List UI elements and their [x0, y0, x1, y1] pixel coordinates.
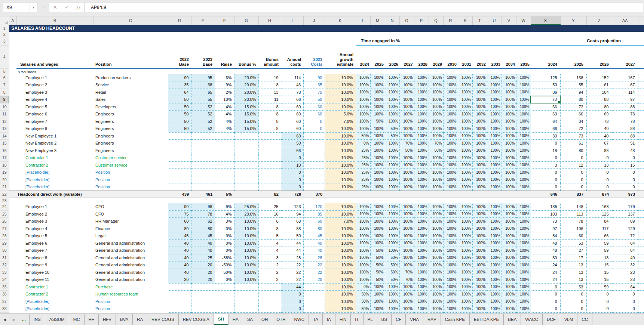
cell-S36[interactable]: 100% — [458, 291, 472, 298]
cell-T32[interactable]: 100% — [472, 261, 487, 269]
cell-V37[interactable]: 100% — [502, 298, 516, 305]
cell-B18[interactable]: Contractor 2 — [16, 161, 93, 169]
cell-AA31[interactable]: 40 — [612, 254, 638, 261]
cell-R16[interactable]: 100% — [443, 147, 458, 154]
cell-C6[interactable]: Production workers — [93, 74, 168, 81]
column-header-I[interactable]: I — [281, 16, 303, 25]
cell-O25[interactable]: 100% — [399, 210, 414, 218]
cell-G30[interactable]: 10.0% — [234, 247, 258, 254]
cell-A36[interactable] — [9, 291, 16, 298]
cell-E28[interactable]: 45 — [191, 232, 215, 240]
row-header-30[interactable]: 30 — [0, 247, 9, 254]
cell-T13[interactable]: 100% — [472, 125, 487, 133]
cell-X32[interactable]: 24 — [531, 261, 560, 269]
cell-P28[interactable]: 100% — [414, 232, 429, 240]
cell-G38[interactable] — [234, 305, 258, 313]
cell-A27[interactable] — [9, 225, 16, 232]
cell-O14[interactable]: 100% — [399, 132, 414, 140]
cell-AA33[interactable]: 23 — [612, 269, 638, 276]
cell-R8[interactable]: 100% — [443, 89, 458, 96]
cell-U18[interactable]: 100% — [487, 161, 502, 169]
cell-Y16[interactable]: 80 — [560, 147, 586, 154]
column-header-T[interactable]: T — [472, 16, 487, 25]
row-header-16[interactable]: 16 — [0, 147, 9, 154]
column-header-B[interactable]: B — [16, 16, 93, 25]
cell-G26[interactable]: 10.0% — [234, 218, 258, 225]
cell-O31[interactable]: 100% — [399, 254, 414, 261]
cell-R29[interactable]: 100% — [443, 239, 458, 247]
cell-V21[interactable]: 100% — [502, 183, 516, 191]
tab-assum[interactable]: ASSUM — [45, 314, 69, 325]
tab-rap[interactable]: RAP — [423, 314, 441, 325]
cell-W24[interactable]: 100% — [516, 203, 531, 211]
cell-P22[interactable] — [414, 191, 429, 198]
cell-T12[interactable]: 100% — [472, 118, 487, 125]
cell-P20[interactable]: 100% — [414, 176, 429, 183]
cell-E33[interactable]: 20 — [191, 269, 215, 276]
cell-AB20[interactable] — [638, 176, 644, 183]
cell-H24[interactable]: 25 — [258, 203, 281, 211]
cell-S34[interactable]: 100% — [458, 276, 472, 284]
cell-J38[interactable] — [303, 305, 325, 313]
tab-cf[interactable]: CF — [392, 314, 406, 325]
cell-J19[interactable] — [303, 169, 325, 176]
header-annual-growth-estimate[interactable]: Annualgrowthestimate — [325, 45, 356, 68]
cell-F11[interactable]: 4% — [215, 111, 234, 118]
cell-R34[interactable]: 100% — [443, 276, 458, 284]
row-header-22[interactable]: 22 — [0, 191, 9, 198]
tab-ebitda-kpis[interactable]: EBITDA KPIs — [470, 314, 504, 325]
cell-G22[interactable] — [234, 191, 258, 198]
cell-I29[interactable]: 44 — [281, 239, 303, 247]
cell-AB34[interactable] — [638, 276, 644, 284]
cell-R18[interactable]: 100% — [443, 161, 458, 169]
cell-U16[interactable]: 100% — [487, 147, 502, 154]
cell-Z24[interactable]: 163 — [586, 203, 612, 211]
cell-W19[interactable]: 100% — [516, 169, 531, 176]
cell-S10[interactable]: 100% — [458, 103, 472, 111]
cell-Q19[interactable]: 100% — [429, 169, 443, 176]
cell-D35[interactable] — [168, 283, 191, 291]
cell-B15[interactable]: New Employee 2 — [16, 140, 93, 147]
cell-C7[interactable]: Service — [93, 81, 168, 89]
cell-N35[interactable]: 100% — [385, 283, 399, 291]
cell-O12[interactable]: 100% — [399, 118, 414, 125]
cell-N19[interactable]: 100% — [385, 169, 399, 176]
row-header-4[interactable]: 4 — [0, 45, 9, 68]
row-header-7[interactable]: 7 — [0, 81, 9, 89]
cell-A34[interactable] — [9, 276, 16, 284]
cell-E32[interactable]: 20 — [191, 261, 215, 269]
cell-I25[interactable]: 94 — [281, 210, 303, 218]
header-engaged-year-2024[interactable]: 2024 — [356, 45, 370, 68]
cell-L37[interactable]: 50% — [356, 298, 370, 305]
cell-AB30[interactable] — [638, 247, 644, 254]
cell-D19[interactable] — [168, 169, 191, 176]
cell-V14[interactable]: 100% — [502, 132, 516, 140]
cell-G3[interactable] — [234, 37, 258, 45]
cell-J24[interactable]: 120 — [303, 203, 325, 211]
cell-R13[interactable]: 100% — [443, 125, 458, 133]
cell-B16[interactable]: New Employee 3 — [16, 147, 93, 154]
cell-U17[interactable]: 100% — [487, 154, 502, 162]
cell-F31[interactable]: -38% — [215, 254, 234, 261]
cell-Z12[interactable]: 73 — [586, 118, 612, 125]
cell-A25[interactable] — [9, 210, 16, 218]
cell-C12[interactable]: Engineers — [93, 118, 168, 125]
cell-R14[interactable]: 100% — [443, 132, 458, 140]
cell-Y22[interactable]: 837 — [560, 191, 586, 198]
cell-J31[interactable]: 28 — [303, 254, 325, 261]
cell-Y25[interactable]: 113 — [560, 210, 586, 218]
cell-S33[interactable]: 100% — [458, 269, 472, 276]
cell-T35[interactable]: 100% — [472, 283, 487, 291]
cell-L12[interactable]: 100% — [356, 118, 370, 125]
cell-T38[interactable]: 100% — [472, 305, 487, 313]
cell-P24[interactable]: 100% — [414, 203, 429, 211]
cell-A35[interactable] — [9, 283, 16, 291]
cell-J18[interactable] — [303, 161, 325, 169]
cell-O21[interactable]: 100% — [399, 183, 414, 191]
cell-Z38[interactable]: 0 — [586, 305, 612, 313]
cell-I14[interactable]: 60 — [281, 132, 303, 140]
cell-F15[interactable] — [215, 140, 234, 147]
cell-J21[interactable] — [303, 183, 325, 191]
cell-J28[interactable]: 45 — [303, 232, 325, 240]
cell-N15[interactable]: 100% — [385, 140, 399, 147]
